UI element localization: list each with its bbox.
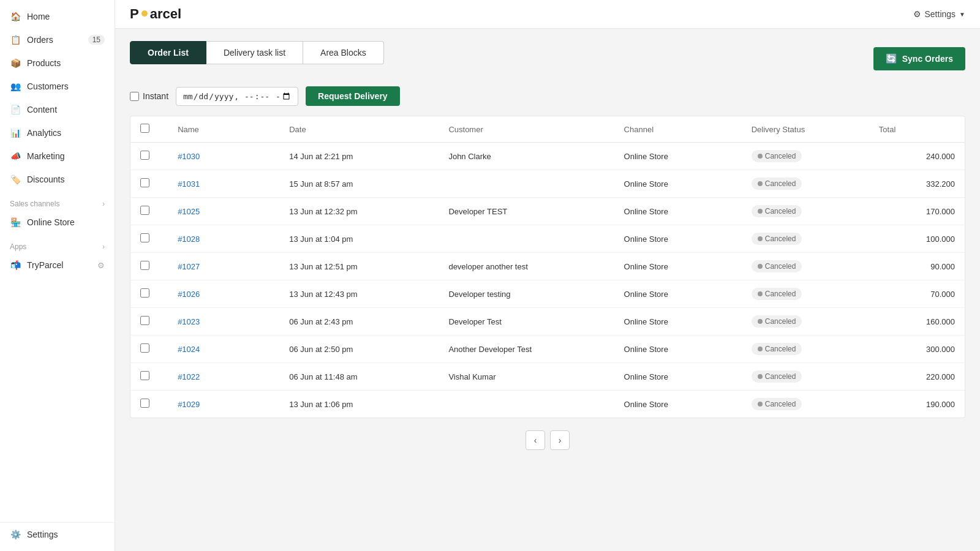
orders-table-container: Name Date Customer Channel Delivery Stat… [130, 116, 965, 418]
table-row: #1025 13 Jun at 12:32 pm Developer TEST … [130, 198, 965, 225]
row-order-id: #1026 [168, 280, 279, 308]
apps-section: Apps › [0, 234, 115, 253]
table-row: #1024 06 Jun at 2:50 pm Another Develope… [130, 335, 965, 363]
row-order-id: #1024 [168, 335, 279, 363]
chevron-right-icon-apps: › [102, 242, 105, 251]
row-channel: Online Store [614, 143, 742, 170]
status-badge: Canceled [752, 398, 802, 410]
prev-page-button[interactable]: ‹ [526, 430, 545, 450]
status-dot [758, 181, 763, 186]
row-total: 332.200 [869, 170, 965, 198]
row-status: Canceled [742, 253, 869, 280]
sidebar-item-discounts[interactable]: 🏷️ Discounts [0, 168, 115, 191]
row-channel: Online Store [614, 198, 742, 225]
sidebar-item-home[interactable]: 🏠 Home [0, 5, 115, 28]
status-dot [758, 154, 763, 159]
sidebar-item-content[interactable]: 📄 Content [0, 98, 115, 121]
order-link[interactable]: #1029 [178, 400, 200, 409]
sidebar-item-label: Orders [27, 35, 53, 45]
row-checkbox[interactable] [140, 288, 149, 298]
row-checkbox[interactable] [140, 316, 149, 325]
tab-delivery-task-list[interactable]: Delivery task list [206, 41, 303, 64]
tab-order-list[interactable]: Order List [130, 41, 206, 64]
row-checkbox-cell [130, 225, 168, 253]
status-dot [758, 319, 763, 324]
row-checkbox[interactable] [140, 151, 149, 160]
order-link[interactable]: #1022 [178, 372, 200, 381]
order-link[interactable]: #1031 [178, 179, 200, 189]
instant-checkbox[interactable] [130, 92, 139, 101]
row-checkbox-cell [130, 253, 168, 280]
row-status: Canceled [742, 225, 869, 253]
top-row: Order List Delivery task list Area Block… [130, 41, 965, 77]
sidebar-item-online-store[interactable]: 🏪 Online Store [0, 211, 115, 234]
order-link[interactable]: #1024 [178, 345, 200, 354]
app-logo: Parcel [130, 6, 181, 22]
tab-area-blocks[interactable]: Area Blocks [303, 41, 384, 64]
order-link[interactable]: #1028 [178, 234, 200, 244]
sidebar-item-marketing[interactable]: 📣 Marketing [0, 144, 115, 168]
header-settings-link[interactable]: ⚙ Settings ▼ [913, 9, 966, 19]
status-label: Canceled [765, 234, 796, 243]
pagination: ‹ › [130, 418, 965, 462]
status-badge: Canceled [752, 315, 802, 328]
row-checkbox[interactable] [140, 206, 149, 215]
sidebar-item-orders[interactable]: 📋 Orders 15 [0, 28, 115, 51]
sync-orders-button[interactable]: 🔄 Sync Orders [873, 47, 965, 70]
row-channel: Online Store [614, 363, 742, 391]
order-link[interactable]: #1027 [178, 262, 200, 271]
row-order-id: #1023 [168, 308, 279, 335]
sidebar-item-analytics[interactable]: 📊 Analytics [0, 121, 115, 144]
sidebar-item-settings[interactable]: ⚙️ Settings [0, 523, 115, 546]
request-delivery-label: Request Delivery [318, 91, 388, 101]
row-date: 13 Jun at 1:04 pm [279, 225, 439, 253]
row-checkbox-cell [130, 170, 168, 198]
row-order-id: #1031 [168, 170, 279, 198]
th-select-all [130, 116, 168, 143]
row-total: 300.000 [869, 335, 965, 363]
row-customer: Vishal Kumar [439, 363, 614, 391]
order-link[interactable]: #1030 [178, 152, 200, 161]
row-date: 13 Jun at 12:51 pm [279, 253, 439, 280]
sidebar-item-products[interactable]: 📦 Products [0, 51, 115, 75]
row-checkbox[interactable] [140, 178, 149, 187]
status-dot [758, 374, 763, 379]
orders-icon: 📋 [10, 34, 21, 45]
row-date: 13 Jun at 12:43 pm [279, 280, 439, 308]
sidebar-item-customers[interactable]: 👥 Customers [0, 75, 115, 98]
row-customer: developer another test [439, 253, 614, 280]
order-link[interactable]: #1023 [178, 317, 200, 326]
settings-small-icon: ⚙ [97, 261, 105, 270]
row-order-id: #1027 [168, 253, 279, 280]
row-date: 06 Jun at 2:50 pm [279, 335, 439, 363]
table-row: #1023 06 Jun at 2:43 pm Developer Test O… [130, 308, 965, 335]
select-all-checkbox[interactable] [140, 124, 149, 133]
sidebar-item-tryparcel[interactable]: 📬 TryParcel ⚙ [0, 253, 115, 277]
table-body: #1030 14 Jun at 2:21 pm John Clarke Onli… [130, 143, 965, 418]
row-channel: Online Store [614, 391, 742, 418]
status-dot [758, 291, 763, 296]
row-status: Canceled [742, 280, 869, 308]
table-row: #1026 13 Jun at 12:43 pm Developer testi… [130, 280, 965, 308]
row-checkbox[interactable] [140, 371, 149, 380]
instant-checkbox-label[interactable]: Instant [130, 91, 168, 101]
row-checkbox[interactable] [140, 233, 149, 242]
request-delivery-button[interactable]: Request Delivery [306, 86, 400, 106]
datetime-input[interactable] [176, 87, 298, 106]
next-page-button[interactable]: › [550, 430, 570, 450]
row-date: 06 Jun at 11:48 am [279, 363, 439, 391]
row-status: Canceled [742, 143, 869, 170]
row-checkbox[interactable] [140, 261, 149, 270]
sidebar-item-label: TryParcel [27, 260, 63, 270]
row-checkbox[interactable] [140, 343, 149, 353]
status-label: Canceled [765, 179, 796, 188]
table-row: #1028 13 Jun at 1:04 pm Online Store Can… [130, 225, 965, 253]
th-name: Name [168, 116, 279, 143]
row-checkbox[interactable] [140, 399, 149, 408]
order-link[interactable]: #1025 [178, 207, 200, 216]
row-order-id: #1022 [168, 363, 279, 391]
dropdown-icon: ▼ [959, 11, 965, 18]
order-link[interactable]: #1026 [178, 290, 200, 299]
row-order-id: #1028 [168, 225, 279, 253]
th-channel: Channel [614, 116, 742, 143]
